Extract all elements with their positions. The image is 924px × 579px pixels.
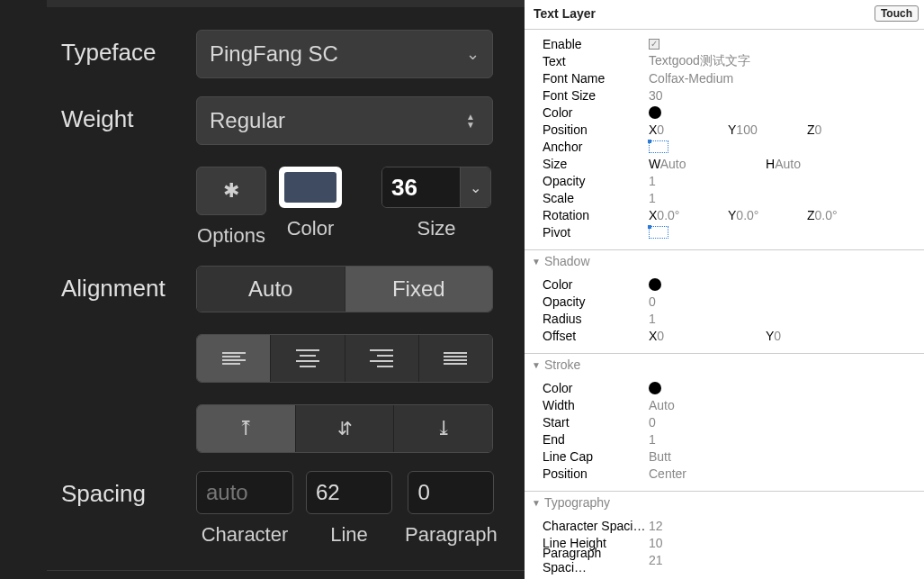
align-middle-button[interactable]: ⇵ bbox=[296, 405, 395, 452]
layer-opacity-value[interactable]: 1 bbox=[649, 174, 917, 188]
inspector-panel: Text Layer Touch Enable✓ TextTextgood测试文… bbox=[525, 0, 924, 579]
fontname-value[interactable]: Colfax-Medium bbox=[649, 71, 917, 86]
stroke-start-label: Start bbox=[543, 415, 649, 430]
shadow-offset-y[interactable]: Y0 bbox=[766, 329, 845, 343]
stroke-start-value[interactable]: 0 bbox=[649, 415, 917, 430]
design-properties-panel: Typeface PingFang SC ⌄ Weight Regular ▲▼… bbox=[0, 0, 525, 579]
options-sublabel: Options bbox=[197, 224, 265, 248]
paragraph-spacing-sublabel: Paragraph bbox=[405, 523, 498, 547]
stroke-color-swatch-icon[interactable] bbox=[649, 382, 661, 394]
anchor-label: Anchor bbox=[543, 140, 649, 154]
scale-value[interactable]: 1 bbox=[649, 191, 917, 205]
color-button[interactable] bbox=[279, 167, 342, 208]
disclosure-triangle-icon: ▼ bbox=[532, 257, 541, 267]
touch-button[interactable]: Touch bbox=[875, 5, 919, 22]
stroke-width-value[interactable]: Auto bbox=[649, 398, 917, 412]
stroke-width-label: Width bbox=[543, 398, 649, 412]
layer-opacity-label: Opacity bbox=[543, 174, 649, 188]
typo-charspacing-value[interactable]: 12 bbox=[649, 519, 917, 533]
alignment-auto-button[interactable]: Auto bbox=[197, 267, 345, 312]
align-bottom-button[interactable]: ⤓ bbox=[394, 405, 492, 452]
size-input[interactable]: 36 ⌄ bbox=[381, 167, 491, 208]
horizontal-align-group bbox=[196, 334, 493, 383]
shadow-offset-label: Offset bbox=[543, 329, 649, 343]
color-swatch-icon bbox=[284, 172, 336, 203]
size-label: Size bbox=[543, 157, 649, 171]
typo-charspacing-label: Character Spaci… bbox=[543, 519, 649, 533]
alignment-mode-toggle: Auto Fixed bbox=[196, 266, 493, 312]
chevron-down-icon: ⌄ bbox=[470, 179, 481, 196]
stroke-linecap-value[interactable]: Butt bbox=[649, 449, 917, 464]
align-center-icon bbox=[296, 348, 319, 369]
line-spacing-input[interactable]: 62 bbox=[306, 471, 392, 514]
gear-icon: ✱ bbox=[223, 179, 239, 203]
color-sublabel: Color bbox=[287, 217, 335, 240]
weight-label: Weight bbox=[61, 96, 196, 133]
typo-paraspacing-label: Paragraph Spaci… bbox=[543, 546, 649, 574]
align-justify-icon bbox=[444, 350, 467, 366]
shadow-section-header[interactable]: ▼Shadow bbox=[525, 249, 924, 270]
typo-paraspacing-value[interactable]: 21 bbox=[649, 553, 917, 567]
pivot-label: Pivot bbox=[543, 225, 649, 240]
position-label: Position bbox=[543, 122, 649, 137]
pivot-picker[interactable] bbox=[649, 226, 668, 239]
shadow-opacity-value[interactable]: 0 bbox=[649, 294, 917, 309]
size-sublabel: Size bbox=[417, 217, 456, 240]
paragraph-spacing-input[interactable]: 0 bbox=[408, 471, 494, 514]
weight-value: Regular bbox=[210, 108, 285, 133]
text-value[interactable]: Textgood测试文字 bbox=[649, 53, 917, 69]
fontsize-label: Font Size bbox=[543, 88, 649, 103]
align-justify-button[interactable] bbox=[419, 335, 492, 382]
stroke-end-value[interactable]: 1 bbox=[649, 432, 917, 447]
stroke-end-label: End bbox=[543, 432, 649, 447]
enable-label: Enable bbox=[543, 37, 649, 51]
color-swatch-icon[interactable] bbox=[649, 106, 661, 119]
position-z[interactable]: Z0 bbox=[807, 122, 886, 137]
stroke-section-header[interactable]: ▼Stroke bbox=[525, 353, 924, 374]
align-center-button[interactable] bbox=[271, 335, 345, 382]
fontname-label: Font Name bbox=[543, 71, 649, 86]
shadow-color-label: Color bbox=[543, 277, 649, 292]
stroke-position-value[interactable]: Center bbox=[649, 466, 917, 481]
shadow-color-swatch-icon[interactable] bbox=[649, 278, 661, 291]
rotation-z[interactable]: Z0.0° bbox=[807, 208, 886, 222]
text-label: Text bbox=[543, 54, 649, 68]
rotation-y[interactable]: Y0.0° bbox=[728, 208, 807, 222]
size-w[interactable]: WAuto bbox=[649, 157, 766, 171]
main-properties: Enable✓ TextTextgood测试文字 Font NameColfax… bbox=[525, 30, 924, 244]
position-x[interactable]: X0 bbox=[649, 122, 728, 137]
size-h[interactable]: HAuto bbox=[766, 157, 845, 171]
stroke-position-label: Position bbox=[543, 466, 649, 481]
spacing-label: Spacing bbox=[61, 471, 196, 508]
typeface-value: PingFang SC bbox=[210, 41, 338, 67]
chevron-down-icon: ⌄ bbox=[466, 44, 480, 64]
vertical-align-group: ⤒ ⇵ ⤓ bbox=[196, 404, 493, 453]
align-middle-icon: ⇵ bbox=[337, 418, 353, 439]
shadow-radius-label: Radius bbox=[543, 312, 649, 326]
shadow-offset-x[interactable]: X0 bbox=[649, 329, 766, 343]
character-spacing-input[interactable]: auto bbox=[196, 471, 293, 514]
typeface-select[interactable]: PingFang SC ⌄ bbox=[196, 30, 493, 78]
inspector-title: Text Layer bbox=[534, 6, 596, 21]
character-spacing-sublabel: Character bbox=[202, 523, 289, 547]
align-left-icon bbox=[222, 350, 246, 366]
align-left-button[interactable] bbox=[197, 335, 271, 382]
anchor-picker[interactable] bbox=[649, 140, 668, 153]
enable-checkbox[interactable]: ✓ bbox=[649, 39, 659, 50]
options-button[interactable]: ✱ bbox=[196, 167, 266, 215]
align-right-button[interactable] bbox=[345, 335, 419, 382]
align-top-button[interactable]: ⤒ bbox=[197, 405, 296, 452]
fontsize-value[interactable]: 30 bbox=[649, 88, 917, 103]
position-y[interactable]: Y100 bbox=[728, 122, 807, 137]
typeface-label: Typeface bbox=[61, 30, 196, 67]
rotation-x[interactable]: X0.0° bbox=[649, 208, 728, 222]
color-label: Color bbox=[543, 105, 649, 120]
alignment-fixed-button[interactable]: Fixed bbox=[345, 267, 493, 312]
weight-select[interactable]: Regular ▲▼ bbox=[196, 96, 493, 145]
size-value: 36 bbox=[382, 167, 460, 207]
typo-lineheight-value[interactable]: 10 bbox=[649, 536, 917, 550]
typography-section-header[interactable]: ▼Typography bbox=[525, 491, 924, 511]
divider bbox=[47, 570, 525, 571]
panel-handle bbox=[47, 0, 525, 7]
shadow-radius-value[interactable]: 1 bbox=[649, 312, 917, 326]
